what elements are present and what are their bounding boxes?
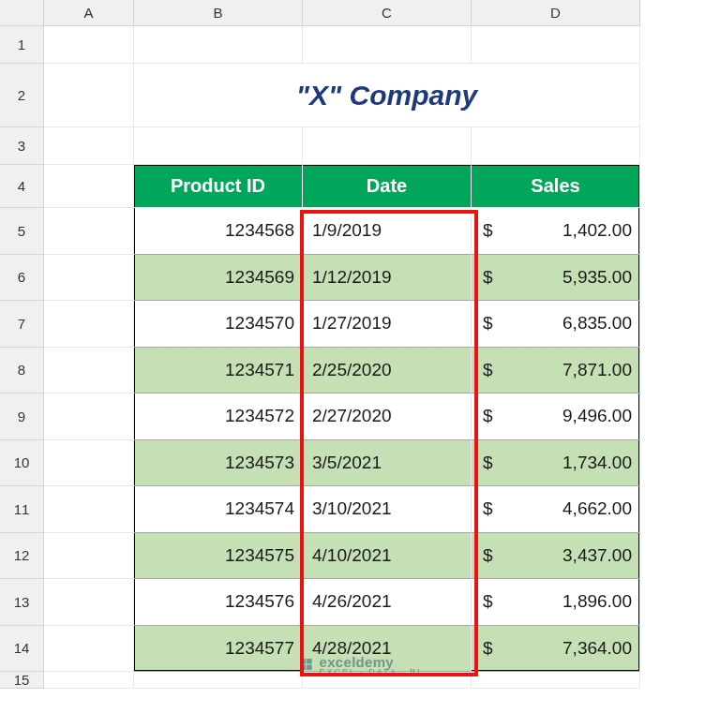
cell-sales[interactable]: $7,364.00 (472, 626, 640, 673)
sales-amount: 6,835.00 (562, 313, 632, 334)
row-head-13[interactable]: 13 (0, 579, 44, 626)
row-head-4[interactable]: 4 (0, 165, 44, 208)
cell-date[interactable]: 4/10/2021 (303, 533, 472, 580)
row-head-1[interactable]: 1 (0, 26, 44, 64)
cell-b1[interactable] (134, 26, 303, 64)
currency-symbol: $ (479, 406, 493, 426)
cell-product-id[interactable]: 1234571 (134, 348, 303, 394)
cell-b3[interactable] (134, 127, 303, 165)
sales-amount: 7,871.00 (562, 360, 632, 380)
sales-amount: 1,734.00 (562, 453, 632, 473)
sales-amount: 1,402.00 (562, 220, 632, 241)
cell-sales[interactable]: $6,835.00 (472, 301, 640, 348)
cell-a11[interactable] (44, 486, 134, 533)
cell-date[interactable]: 3/10/2021 (303, 486, 472, 533)
row-head-11[interactable]: 11 (0, 486, 44, 533)
sales-amount: 7,364.00 (562, 638, 632, 659)
cell-date[interactable]: 1/27/2019 (303, 301, 472, 348)
currency-symbol: $ (479, 360, 493, 380)
cell-sales[interactable]: $1,402.00 (472, 208, 640, 255)
cell-a8[interactable] (44, 348, 134, 394)
cell-date[interactable]: 4/26/2021 (303, 579, 472, 626)
currency-symbol: $ (479, 313, 493, 334)
col-head-d[interactable]: D (472, 0, 640, 26)
sales-amount: 9,496.00 (562, 406, 632, 426)
row-head-5[interactable]: 5 (0, 208, 44, 255)
currency-symbol: $ (479, 638, 493, 659)
cell-d1[interactable] (472, 26, 640, 64)
spreadsheet-grid: A B C D 1 2 "X" Company 3 4 Product ID D… (0, 0, 720, 689)
cell-product-id[interactable]: 1234569 (134, 255, 303, 302)
cell-product-id[interactable]: 1234577 (134, 626, 303, 673)
cell-b15[interactable] (134, 672, 303, 689)
col-head-a[interactable]: A (44, 0, 134, 26)
cell-a7[interactable] (44, 301, 134, 348)
row-head-12[interactable]: 12 (0, 533, 44, 580)
cell-a6[interactable] (44, 255, 134, 302)
select-all-corner[interactable] (0, 0, 44, 26)
watermark-tag: EXCEL · DATA · BI (320, 668, 422, 676)
cell-a13[interactable] (44, 579, 134, 626)
row-head-3[interactable]: 3 (0, 127, 44, 165)
cell-product-id[interactable]: 1234575 (134, 533, 303, 580)
cell-a14[interactable] (44, 626, 134, 673)
sales-amount: 1,896.00 (562, 591, 632, 612)
cell-product-id[interactable]: 1234572 (134, 394, 303, 440)
cell-product-id[interactable]: 1234568 (134, 208, 303, 255)
cell-sales[interactable]: $1,734.00 (472, 440, 640, 487)
cell-date[interactable]: 1/9/2019 (303, 208, 472, 255)
header-product-id[interactable]: Product ID (134, 165, 303, 208)
cell-a12[interactable] (44, 533, 134, 580)
cell-product-id[interactable]: 1234576 (134, 579, 303, 626)
currency-symbol: $ (479, 220, 493, 241)
col-head-b[interactable]: B (134, 0, 303, 26)
cell-c1[interactable] (303, 26, 472, 64)
cell-c3[interactable] (303, 127, 472, 165)
cell-sales[interactable]: $5,935.00 (472, 255, 640, 302)
header-date[interactable]: Date (303, 165, 472, 208)
cell-product-id[interactable]: 1234573 (134, 440, 303, 487)
cell-a3[interactable] (44, 127, 134, 165)
sales-amount: 3,437.00 (562, 545, 632, 566)
sales-amount: 5,935.00 (562, 267, 632, 288)
row-head-7[interactable]: 7 (0, 301, 44, 348)
cell-a4[interactable] (44, 165, 134, 208)
row-head-8[interactable]: 8 (0, 348, 44, 394)
cell-product-id[interactable]: 1234570 (134, 301, 303, 348)
spreadsheet-icon (299, 657, 314, 675)
row-head-14[interactable]: 14 (0, 626, 44, 673)
cell-a15[interactable] (44, 672, 134, 689)
cell-sales[interactable]: $4,662.00 (472, 486, 640, 533)
cell-date[interactable]: 2/25/2020 (303, 348, 472, 394)
currency-symbol: $ (479, 453, 493, 473)
page-title: "X" Company (134, 64, 640, 127)
cell-a1[interactable] (44, 26, 134, 64)
cell-date[interactable]: 2/27/2020 (303, 394, 472, 440)
cell-a2[interactable] (44, 64, 134, 127)
sales-amount: 4,662.00 (562, 498, 632, 519)
cell-date[interactable]: 1/12/2019 (303, 255, 472, 302)
cell-sales[interactable]: $1,896.00 (472, 579, 640, 626)
watermark: exceldemy EXCEL · DATA · BI (299, 655, 422, 676)
row-head-15[interactable]: 15 (0, 672, 44, 689)
cell-sales[interactable]: $3,437.00 (472, 533, 640, 580)
row-head-6[interactable]: 6 (0, 255, 44, 302)
cell-a9[interactable] (44, 394, 134, 440)
cell-sales[interactable]: $7,871.00 (472, 348, 640, 394)
header-sales[interactable]: Sales (472, 165, 640, 208)
row-head-2[interactable]: 2 (0, 64, 44, 127)
currency-symbol: $ (479, 267, 493, 288)
currency-symbol: $ (479, 545, 493, 566)
cell-date[interactable]: 3/5/2021 (303, 440, 472, 487)
currency-symbol: $ (479, 498, 493, 519)
currency-symbol: $ (479, 591, 493, 612)
cell-a10[interactable] (44, 440, 134, 487)
row-head-10[interactable]: 10 (0, 440, 44, 487)
cell-d15[interactable] (472, 672, 640, 689)
cell-a5[interactable] (44, 208, 134, 255)
cell-d3[interactable] (472, 127, 640, 165)
row-head-9[interactable]: 9 (0, 394, 44, 440)
col-head-c[interactable]: C (303, 0, 472, 26)
cell-product-id[interactable]: 1234574 (134, 486, 303, 533)
cell-sales[interactable]: $9,496.00 (472, 394, 640, 440)
